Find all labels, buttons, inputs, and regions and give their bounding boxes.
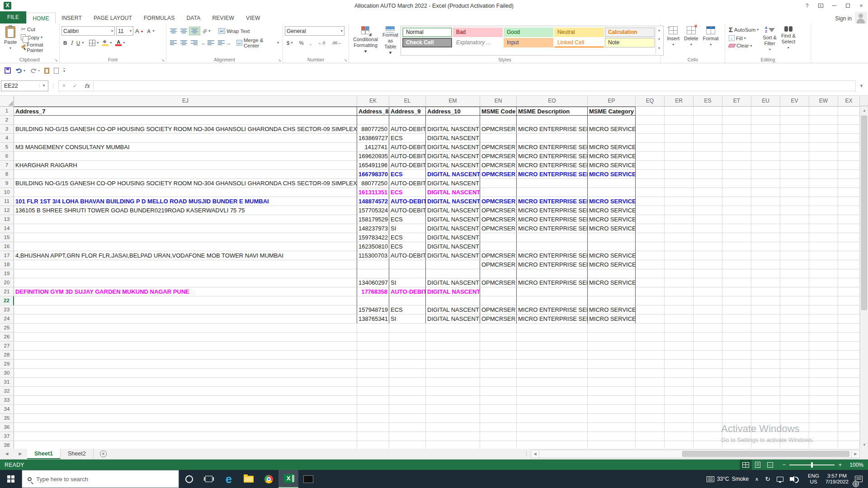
cell-EQ8[interactable] bbox=[636, 170, 665, 179]
style-linked[interactable]: Linked Cell bbox=[554, 38, 604, 47]
cell-EL13[interactable]: ECS bbox=[389, 215, 426, 224]
zoom-in-button[interactable]: + bbox=[838, 461, 842, 468]
cell-EK14[interactable]: 148237973 bbox=[357, 224, 389, 233]
style-neutral[interactable]: Neutral bbox=[554, 28, 604, 37]
cell-EV19[interactable] bbox=[780, 269, 809, 278]
style-calculation[interactable]: Calculation bbox=[605, 28, 655, 37]
row-header-4[interactable]: 4 bbox=[0, 134, 14, 143]
copy-button[interactable]: Copy▾ bbox=[19, 33, 57, 41]
cell-EU2[interactable] bbox=[751, 116, 780, 125]
cell-EM22[interactable] bbox=[426, 296, 480, 305]
cell-ET26[interactable] bbox=[722, 333, 751, 342]
cell-EL21[interactable]: AUTO-DEBIT bbox=[389, 287, 426, 296]
cell-EP2[interactable] bbox=[588, 116, 636, 125]
cell-EK16[interactable]: 162350810 bbox=[357, 242, 389, 251]
cell-EU13[interactable] bbox=[751, 215, 780, 224]
cell-EL32[interactable] bbox=[389, 387, 426, 396]
cell-ET4[interactable] bbox=[722, 134, 751, 143]
cell-EO22[interactable] bbox=[517, 296, 588, 305]
tab-view[interactable]: VIEW bbox=[240, 13, 266, 23]
cell-ER2[interactable] bbox=[665, 116, 693, 125]
cell-EK10[interactable]: 161311351 bbox=[357, 188, 389, 197]
autosum-button[interactable]: ΣAutoSum▾ bbox=[727, 25, 760, 34]
cell-EO6[interactable]: MICRO ENTERPRISE SER bbox=[517, 152, 588, 161]
cell-EN27[interactable] bbox=[480, 342, 517, 351]
cell-EQ4[interactable] bbox=[636, 134, 665, 143]
cell-ET2[interactable] bbox=[722, 116, 751, 125]
cell-EK6[interactable]: 169620935 bbox=[357, 152, 389, 161]
cell-ER31[interactable] bbox=[665, 378, 693, 387]
cell-EM6[interactable]: DIGITAL NASCENT bbox=[426, 152, 480, 161]
cell-ES36[interactable] bbox=[693, 423, 722, 432]
cell-EO30[interactable] bbox=[517, 369, 588, 378]
cell-EO14[interactable]: MICRO ENTERPRISE SER bbox=[517, 224, 588, 233]
cell-EP16[interactable] bbox=[588, 242, 636, 251]
cell-EK4[interactable]: 163869727 bbox=[357, 134, 389, 143]
cell-EV14[interactable] bbox=[780, 224, 809, 233]
cell-EX7[interactable] bbox=[838, 161, 860, 170]
cell-EU28[interactable] bbox=[751, 351, 780, 360]
cell-EX21[interactable] bbox=[838, 287, 860, 296]
cell-EJ17[interactable]: 4,BHUSHAN APPT,GRN FLOR FLR,JASAI,BELPAD… bbox=[14, 251, 357, 260]
cell-EW36[interactable] bbox=[809, 423, 838, 432]
cell-ER11[interactable] bbox=[665, 197, 693, 206]
cell-ET23[interactable] bbox=[722, 305, 751, 314]
row-header-1[interactable]: 1 bbox=[0, 107, 14, 116]
cell-ET8[interactable] bbox=[722, 170, 751, 179]
cell-EJ16[interactable] bbox=[14, 242, 357, 251]
cell-EO29[interactable] bbox=[517, 360, 588, 369]
qat-clipboard-button[interactable] bbox=[44, 68, 49, 74]
cell-EO31[interactable] bbox=[517, 378, 588, 387]
cell-EQ22[interactable] bbox=[636, 296, 665, 305]
cell-EP21[interactable] bbox=[588, 287, 636, 296]
cell-EW24[interactable] bbox=[809, 314, 838, 324]
cell-EX26[interactable] bbox=[838, 333, 860, 342]
cell-EM38[interactable] bbox=[426, 441, 480, 449]
cell-EQ11[interactable] bbox=[636, 197, 665, 206]
cell-EU12[interactable] bbox=[751, 206, 780, 215]
cell-EU33[interactable] bbox=[751, 396, 780, 405]
column-header-el[interactable]: EL bbox=[389, 96, 426, 107]
news-widget[interactable]: 33°C Smoke bbox=[703, 470, 752, 488]
cell-EW6[interactable] bbox=[809, 152, 838, 161]
cell-EW7[interactable] bbox=[809, 161, 838, 170]
close-button[interactable]: × bbox=[854, 0, 868, 11]
scroll-down-icon[interactable]: ▼ bbox=[860, 441, 868, 449]
cell-EQ27[interactable] bbox=[636, 342, 665, 351]
tab-home[interactable]: HOME bbox=[26, 13, 56, 23]
cell-EJ6[interactable] bbox=[14, 152, 357, 161]
grow-font-button[interactable]: A▲ bbox=[133, 27, 146, 35]
cell-ER20[interactable] bbox=[665, 278, 693, 287]
cell-EW4[interactable] bbox=[809, 134, 838, 143]
cell-ES6[interactable] bbox=[693, 152, 722, 161]
cell-ET12[interactable] bbox=[722, 206, 751, 215]
cell-EV26[interactable] bbox=[780, 333, 809, 342]
cell-EM1[interactable]: Address_10 bbox=[426, 107, 480, 116]
cell-EJ8[interactable] bbox=[14, 170, 357, 179]
redo-button[interactable]: ▾ bbox=[30, 67, 40, 74]
cell-EM20[interactable]: DIGITAL NASCENT bbox=[426, 278, 480, 287]
format-painter-button[interactable]: Format Painter bbox=[19, 41, 57, 54]
cell-EX28[interactable] bbox=[838, 351, 860, 360]
cell-EN1[interactable]: MSME Code bbox=[480, 107, 517, 116]
cell-ET20[interactable] bbox=[722, 278, 751, 287]
row-header-24[interactable]: 24 bbox=[0, 314, 14, 324]
cell-EN8[interactable]: OPMCRSER bbox=[480, 170, 517, 179]
align-top-button[interactable] bbox=[168, 27, 179, 35]
cell-EM15[interactable]: DIGITAL NASCENT bbox=[426, 233, 480, 242]
cell-EX37[interactable] bbox=[838, 432, 860, 441]
cell-EO35[interactable] bbox=[517, 414, 588, 423]
cell-ER19[interactable] bbox=[665, 269, 693, 278]
cell-EP11[interactable]: MICRO SERVICE bbox=[588, 197, 636, 206]
cell-ET17[interactable] bbox=[722, 251, 751, 260]
select-all-corner[interactable] bbox=[0, 96, 14, 107]
decrease-indent-button[interactable]: ← bbox=[199, 39, 216, 47]
cell-EJ12[interactable]: 136105 B SHREE SHRUTI TOWER GOAD BUNDER0… bbox=[14, 206, 357, 215]
cell-ER32[interactable] bbox=[665, 387, 693, 396]
cell-EN38[interactable] bbox=[480, 441, 517, 449]
cell-EM5[interactable]: DIGITAL NASCENT bbox=[426, 143, 480, 152]
cell-EP7[interactable]: MICRO SERVICE bbox=[588, 161, 636, 170]
cell-EO9[interactable] bbox=[517, 179, 588, 188]
cell-EW27[interactable] bbox=[809, 342, 838, 351]
cell-EN12[interactable]: OPMCRSER bbox=[480, 206, 517, 215]
